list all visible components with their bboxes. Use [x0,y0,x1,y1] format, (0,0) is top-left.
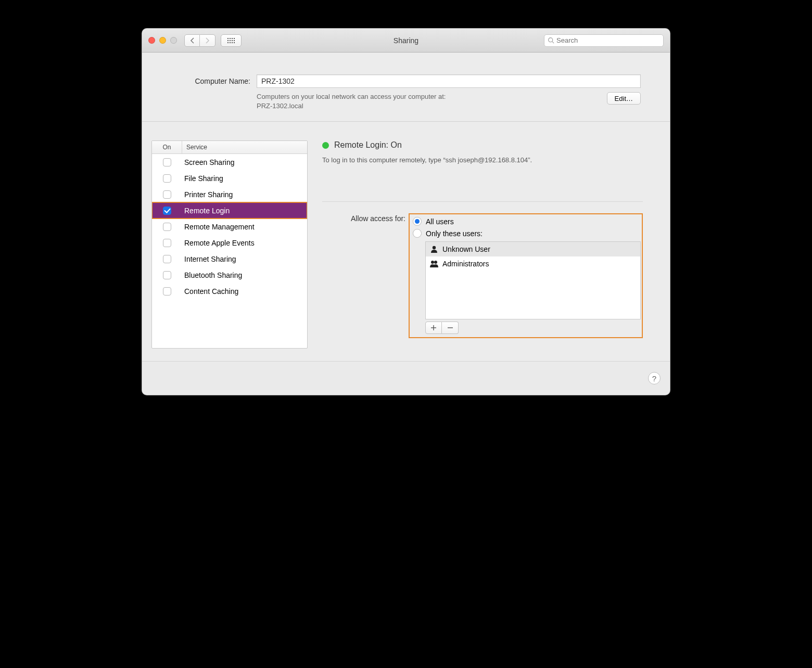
service-row[interactable]: Printer Sharing [152,186,307,202]
service-label: Internet Sharing [182,255,307,263]
radio-all-users-label: All users [426,217,454,226]
minus-icon [447,325,453,331]
access-label: Allow access for: [322,213,405,338]
traffic-lights [148,37,177,44]
service-label: Screen Sharing [182,158,307,166]
service-label: File Sharing [182,174,307,183]
service-row[interactable]: Bluetooth Sharing [152,267,307,283]
search-wrap [544,34,664,47]
grid-icon [227,38,235,43]
show-all-button[interactable] [221,34,242,47]
radio-only-users-control[interactable] [413,229,422,238]
service-row[interactable]: Content Caching [152,283,307,299]
service-checkbox[interactable] [163,271,171,279]
radio-all-users[interactable]: All users [411,215,641,227]
status-row: Remote Login: On [322,140,643,150]
radio-all-users-control[interactable] [413,217,422,226]
service-row[interactable]: Remote Management [152,219,307,235]
footer: ? [142,361,670,395]
radio-only-users[interactable]: Only these users: [411,227,641,239]
users-icon [430,260,438,268]
preferences-window: Sharing Computer Name: Computers on your… [142,28,670,395]
services-header: On Service [152,141,307,154]
service-label: Remote Management [182,223,307,231]
service-label: Printer Sharing [182,190,307,199]
section-divider [322,201,643,202]
svg-point-0 [549,38,553,42]
zoom-window-button[interactable] [170,37,177,44]
svg-point-2 [433,246,436,249]
col-on-header: On [152,141,182,153]
service-checkbox[interactable] [163,207,171,215]
user-add-remove [425,322,641,334]
service-checkbox[interactable] [163,174,171,183]
help-button[interactable]: ? [648,372,661,384]
service-row[interactable]: Internet Sharing [152,251,307,267]
user-row[interactable]: Administrators [426,256,640,271]
access-panel: All users Only these users: Unknown User… [409,213,643,338]
service-checkbox[interactable] [163,287,171,296]
service-label: Bluetooth Sharing [182,271,307,279]
service-label: Remote Apple Events [182,239,307,247]
remove-user-button[interactable] [442,322,459,334]
nav-buttons [184,34,215,47]
user-icon [430,245,438,253]
svg-point-3 [431,261,434,264]
back-button[interactable] [184,34,200,47]
computer-name-input[interactable] [257,74,641,88]
services-table: On Service Screen SharingFile SharingPri… [151,140,308,349]
service-checkbox[interactable] [163,190,171,199]
user-label: Unknown User [442,245,490,253]
service-checkbox[interactable] [163,223,171,231]
user-row[interactable]: Unknown User [426,242,640,256]
user-list[interactable]: Unknown UserAdministrators [425,241,641,319]
close-window-button[interactable] [148,37,155,44]
service-label: Content Caching [182,287,307,296]
main-area: On Service Screen SharingFile SharingPri… [142,122,670,361]
status-title: Remote Login: On [334,140,402,150]
service-checkbox[interactable] [163,158,171,166]
services-body: Screen SharingFile SharingPrinter Sharin… [152,154,307,348]
titlebar: Sharing [142,29,670,53]
service-row[interactable]: Screen Sharing [152,154,307,170]
access-row: Allow access for: All users Only these u… [322,213,643,338]
login-instruction: To log in to this computer remotely, typ… [322,156,643,164]
service-checkbox[interactable] [163,255,171,263]
service-row[interactable]: File Sharing [152,170,307,186]
add-user-button[interactable] [425,322,442,334]
computer-name-hint: Computers on your local network can acce… [257,92,601,111]
plus-icon [430,325,437,331]
user-label: Administrators [442,260,489,268]
radio-only-users-label: Only these users: [426,229,483,238]
service-label: Remote Login [182,207,307,215]
search-icon [548,37,554,44]
computer-name-pane: Computer Name: Computers on your local n… [142,53,670,122]
service-detail: Remote Login: On To log in to this compu… [322,140,643,349]
service-checkbox[interactable] [163,239,171,247]
minimize-window-button[interactable] [159,37,166,44]
col-service-header: Service [182,141,307,153]
svg-point-4 [434,261,437,264]
search-input[interactable] [556,36,660,44]
edit-hostname-button[interactable]: Edit… [607,92,641,105]
search-field[interactable] [544,34,664,47]
svg-line-1 [552,42,554,43]
service-row[interactable]: Remote Login [152,202,307,219]
status-indicator-icon [322,142,329,149]
service-row[interactable]: Remote Apple Events [152,235,307,251]
forward-button[interactable] [200,34,215,47]
computer-name-label: Computer Name: [171,77,250,85]
